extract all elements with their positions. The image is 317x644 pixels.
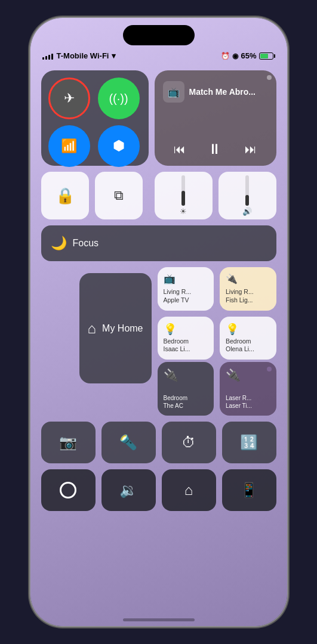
screen-mirror-icon: ⧉ — [114, 188, 124, 203]
volume-slider[interactable]: 🔊 — [218, 172, 276, 219]
living-apple-tv-label: Living R... Apple TV — [164, 288, 208, 304]
alarm-icon: ⏰ — [221, 52, 230, 60]
remote-icon: 📱 — [240, 482, 258, 499]
pause-button[interactable]: ⏸ — [208, 141, 222, 157]
media-info-dot — [267, 75, 272, 80]
flashlight-icon: 🔦 — [119, 434, 137, 451]
moon-icon: 🌙 — [51, 236, 67, 251]
brightness-track — [181, 175, 185, 206]
bedroom-olena-label: Bedroom Olena Li... — [226, 338, 270, 354]
bulb-olena-icon: 💡 — [226, 323, 270, 336]
camera-icon: 📷 — [59, 434, 77, 451]
row-bedroom-ac-laser: 🔌 Bedroom The AC 🔌 Laser R... Laser Ti..… — [41, 362, 276, 416]
screen-lock-icon: 🔒 — [56, 187, 75, 205]
flashlight-button[interactable]: 🔦 — [101, 422, 156, 463]
laser-ti-tile[interactable]: 🔌 Laser R... Laser Ti... — [220, 362, 276, 416]
volume-fill — [245, 195, 249, 206]
location-icon: ◉ — [232, 52, 238, 60]
media-info: Match Me Abro... — [189, 87, 256, 97]
wifi-icon: ▾ — [112, 51, 116, 60]
home-column: ⌂ My Home — [41, 267, 152, 360]
row-connectivity-media: ✈ ((·)) 📶 ⬢ — [41, 70, 276, 166]
wifi-icon-btn: 📶 — [61, 138, 77, 154]
wifi-button[interactable]: 📶 — [48, 125, 90, 167]
volume-track — [245, 175, 249, 206]
focus-button[interactable]: 🌙 Focus — [41, 225, 276, 261]
bluetooth-button[interactable]: ⬢ — [98, 125, 140, 167]
row-controls: 🔒 ⧉ ☀ 🔊 — [41, 172, 276, 219]
ac-plug-icon: 🔌 — [164, 368, 208, 382]
focus-label: Focus — [73, 238, 99, 249]
media-controls: ⏮ ⏸ ⏭ — [163, 141, 268, 157]
camera-button[interactable]: 📷 — [41, 422, 96, 463]
fish-plug-icon: 🔌 — [226, 273, 270, 284]
media-artwork: 📺 — [163, 81, 184, 103]
timer-icon: ⏱ — [181, 434, 196, 451]
remote-button[interactable]: 📱 — [222, 469, 276, 511]
screen-record-icon — [60, 482, 76, 499]
laser-plug-icon: 🔌 — [226, 368, 270, 382]
apple-tv-icon: 📺 — [168, 86, 180, 98]
cellular-button[interactable]: ((·)) — [98, 78, 140, 119]
bedroom-isaac-label: Bedroom Isaac Li... — [164, 338, 208, 354]
screen-lock-button[interactable]: 🔒 — [41, 172, 89, 219]
bulb-isaac-icon: 💡 — [164, 323, 208, 336]
bluetooth-icon: ⬢ — [113, 138, 124, 154]
cellular-icon: ((·)) — [109, 92, 128, 106]
home-button-2[interactable]: ⌂ — [162, 469, 216, 511]
living-apple-tv-tile[interactable]: 📺 Living R... Apple TV — [158, 267, 214, 311]
row-bottom-1: 📷 🔦 ⏱ 🔢 — [41, 422, 276, 463]
phone-frame: T-Mobile Wi-Fi ▾ ⏰ ◉ 65% — [30, 18, 287, 626]
carrier-name: T-Mobile Wi-Fi — [57, 51, 109, 60]
calculator-button[interactable]: 🔢 — [222, 422, 276, 463]
sound-recognition-button[interactable]: 🔉 — [101, 469, 156, 511]
brightness-slider[interactable]: ☀ — [155, 172, 213, 219]
sound-recognition-icon: 🔉 — [119, 482, 137, 499]
signal-bar-3 — [48, 55, 50, 60]
volume-icon: 🔊 — [242, 207, 252, 216]
phone-screen: T-Mobile Wi-Fi ▾ ⏰ ◉ 65% — [30, 18, 287, 626]
status-left: T-Mobile Wi-Fi ▾ — [42, 51, 116, 60]
media-player: 📺 Match Me Abro... ⏮ ⏸ ⏭ — [155, 70, 276, 166]
accessories-grid: 📺 Living R... Apple TV 🔌 Living R... Fis… — [158, 267, 276, 360]
airplane-mode-button[interactable]: ✈ — [48, 78, 90, 119]
fast-forward-button[interactable]: ⏭ — [245, 143, 257, 156]
rewind-button[interactable]: ⏮ — [174, 143, 186, 156]
calculator-icon: 🔢 — [240, 434, 258, 451]
row-bottom-2: 🔉 ⌂ 📱 — [41, 469, 276, 511]
bedroom-ac-label: Bedroom The AC — [164, 394, 208, 410]
brightness-fill — [181, 191, 185, 206]
dynamic-island — [123, 25, 195, 45]
signal-bar-4 — [51, 54, 53, 60]
living-fish-label: Living R... Fish Lig... — [226, 288, 270, 304]
media-title: Match Me Abro... — [189, 87, 256, 97]
apple-tv-tile-icon: 📺 — [164, 273, 208, 284]
connectivity-block: ✈ ((·)) 📶 ⬢ — [41, 70, 149, 166]
home-icon-2: ⌂ — [184, 482, 193, 499]
battery-percent: 65% — [241, 51, 256, 60]
status-bar: T-Mobile Wi-Fi ▾ ⏰ ◉ 65% — [42, 51, 275, 60]
signal-bar-2 — [45, 56, 47, 60]
row-home-section: ⌂ My Home 📺 Living R... Apple TV — [41, 267, 276, 360]
home-house-icon: ⌂ — [88, 320, 97, 337]
signal-bars — [42, 52, 53, 60]
accessories-row-2: 💡 Bedroom Isaac Li... 💡 Bedroom Olena Li… — [158, 317, 276, 360]
bedroom-ac-tile[interactable]: 🔌 Bedroom The AC — [158, 362, 214, 416]
timer-button[interactable]: ⏱ — [162, 422, 216, 463]
laser-ti-label: Laser R... Laser Ti... — [226, 394, 270, 410]
brightness-icon: ☀ — [180, 207, 187, 216]
bedroom-olena-tile[interactable]: 💡 Bedroom Olena Li... — [220, 317, 276, 360]
row-focus: 🌙 Focus — [41, 225, 276, 261]
laser-info-dot — [267, 367, 272, 371]
accessories-row-1: 📺 Living R... Apple TV 🔌 Living R... Fis… — [158, 267, 276, 311]
my-home-label: My Home — [102, 323, 143, 334]
status-right: ⏰ ◉ 65% — [221, 51, 275, 60]
home-indicator — [123, 618, 195, 621]
living-fish-lig-tile[interactable]: 🔌 Living R... Fish Lig... — [220, 267, 276, 311]
battery-icon — [259, 52, 275, 60]
lock-mirror-group: 🔒 ⧉ — [41, 172, 149, 219]
bedroom-isaac-tile[interactable]: 💡 Bedroom Isaac Li... — [158, 317, 214, 360]
control-center: ✈ ((·)) 📶 ⬢ — [41, 70, 276, 608]
screen-record-button[interactable] — [41, 469, 96, 511]
screen-mirror-button[interactable]: ⧉ — [95, 172, 143, 219]
